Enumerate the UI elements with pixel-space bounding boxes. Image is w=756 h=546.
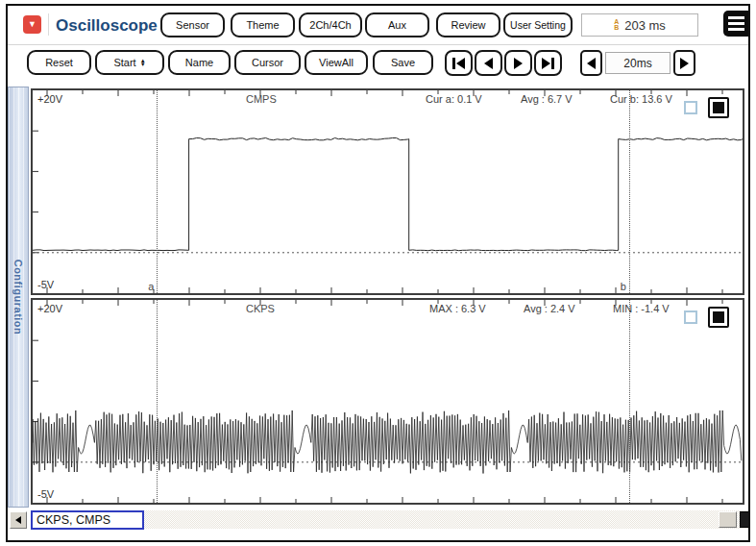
channel-visible-checkbox[interactable] xyxy=(708,307,729,328)
ab-cursor-icon: A B xyxy=(614,19,619,31)
theme-button[interactable]: Theme xyxy=(231,12,295,37)
sensor-button[interactable]: Sensor xyxy=(160,12,225,37)
scroll-left-button[interactable] xyxy=(10,511,27,529)
title-divider xyxy=(48,13,49,36)
app-menu-icon[interactable]: ▼ xyxy=(23,15,41,34)
start-button[interactable]: Start ▲▼ xyxy=(95,50,164,75)
y-min-label: -5V xyxy=(37,488,54,500)
step-forward-button[interactable] xyxy=(504,50,532,76)
active-channels-text: CKPS, CMPS xyxy=(37,513,110,527)
step-forward-icon xyxy=(514,58,523,69)
sidebar-label: Configuration xyxy=(12,260,24,335)
skip-start-icon xyxy=(452,58,455,69)
status-bar: CKPS, CMPS xyxy=(8,509,748,531)
scroll-right-button[interactable] xyxy=(740,511,750,528)
step-back-button[interactable] xyxy=(475,50,502,76)
checked-square-icon xyxy=(713,311,724,323)
cursor-b-line[interactable] xyxy=(629,300,630,503)
scroll-left-icon xyxy=(15,516,21,524)
channel-select-checkbox[interactable] xyxy=(684,101,697,114)
checked-square-icon xyxy=(713,102,724,113)
cursor-a-line[interactable] xyxy=(157,300,158,503)
horizontal-scrollbar-track[interactable] xyxy=(144,510,748,529)
y-min-label: -5V xyxy=(37,279,54,290)
page-title: Oscilloscope xyxy=(56,16,158,36)
ckps-waveform-plot xyxy=(33,300,743,503)
stat-average: Avg : 6.7 V xyxy=(521,93,573,105)
cursor-a-line[interactable] xyxy=(157,90,158,293)
cursor-b-line[interactable] xyxy=(629,90,630,293)
cursor-button[interactable]: Cursor xyxy=(234,50,301,75)
screen: ▼ Oscilloscope Sensor Theme 2Ch/4Ch Aux … xyxy=(0,0,756,546)
scrollbar-thumb[interactable] xyxy=(719,511,737,528)
ab-time-value: 203 ms xyxy=(624,18,666,33)
stat-average: Avg : 2.4 V xyxy=(524,303,575,314)
viewall-button[interactable]: ViewAll xyxy=(305,50,368,75)
timebase-right-icon xyxy=(680,58,689,69)
name-button[interactable]: Name xyxy=(168,50,231,75)
save-button[interactable]: Save xyxy=(373,50,433,75)
waveform-panel-cmps: +20V -5V CMPS Cur a: 0.1 V Avg : 6.7 V C… xyxy=(31,88,744,295)
step-back-icon xyxy=(484,58,493,69)
stat-max: MAX : 6.3 V xyxy=(429,303,486,314)
chevron-down-icon: ▼ xyxy=(28,20,37,29)
toolbar-divider xyxy=(8,44,748,45)
channel-visible-checkbox[interactable] xyxy=(708,97,729,118)
skip-to-end-button[interactable] xyxy=(534,50,562,76)
timebase-increase-button[interactable] xyxy=(673,50,695,76)
cursor-b-label[interactable]: b xyxy=(621,281,626,292)
channel-title: CMPS xyxy=(246,93,277,105)
cmps-waveform-plot xyxy=(33,90,743,293)
cursor-a-label[interactable]: a xyxy=(148,281,154,292)
channel-select-checkbox[interactable] xyxy=(684,310,697,324)
y-max-label: +20V xyxy=(37,303,62,314)
menu-icon[interactable] xyxy=(723,11,750,37)
timebase-display: 20ms xyxy=(605,52,671,74)
stat-cursor-a: Cur a: 0.1 V xyxy=(426,93,482,105)
configuration-sidebar[interactable]: Configuration xyxy=(8,87,29,508)
y-max-label: +20V xyxy=(37,93,62,105)
aux-button[interactable]: Aux xyxy=(365,12,429,37)
stat-min: MIN : -1.4 V xyxy=(613,303,670,314)
ab-time-display: A B 203 ms xyxy=(581,13,698,37)
waveform-panel-ckps: +20V -5V CKPS MAX : 6.3 V Avg : 2.4 V MI… xyxy=(31,298,744,505)
reset-button[interactable]: Reset xyxy=(27,50,91,75)
timebase-left-icon xyxy=(587,58,596,69)
2ch-4ch-button[interactable]: 2Ch/4Ch xyxy=(299,12,362,37)
skip-end-icon xyxy=(551,58,554,69)
timebase-decrease-button[interactable] xyxy=(580,50,602,76)
user-setting-button[interactable]: User Setting xyxy=(503,12,573,37)
stat-cursor-b: Cur b: 13.6 V xyxy=(610,93,672,105)
oscilloscope-window: ▼ Oscilloscope Sensor Theme 2Ch/4Ch Aux … xyxy=(6,4,750,542)
active-channels-box: CKPS, CMPS xyxy=(31,510,144,530)
review-button[interactable]: Review xyxy=(436,12,500,37)
skip-to-start-button[interactable] xyxy=(445,50,473,76)
start-spinner-icon: ▲▼ xyxy=(140,59,146,66)
channel-title: CKPS xyxy=(246,303,275,314)
